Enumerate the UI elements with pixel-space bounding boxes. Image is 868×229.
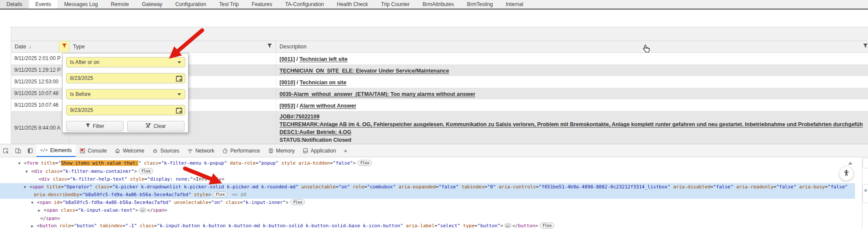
code-token xyxy=(296,160,299,166)
filter-apply-button[interactable]: Filter xyxy=(66,121,124,131)
tab-events[interactable]: Events xyxy=(29,0,58,9)
description-link[interactable]: JOB#:75022109 xyxy=(280,114,319,120)
flex-badge[interactable]: flex xyxy=(290,199,305,205)
performance-icon xyxy=(222,148,228,154)
filter-operator-1-dropdown[interactable]: Is After or on xyxy=(66,57,185,67)
cell-description: TECHNICIAN ON SITE ELE: Elevator Under S… xyxy=(276,64,868,76)
column-header-description-label: Description xyxy=(280,44,307,50)
devtools-tab-performance[interactable]: Performance xyxy=(218,144,264,157)
expand-arrow-collapsed-icon[interactable]: ▶ xyxy=(31,223,37,229)
error-badge xyxy=(80,148,84,152)
tab-gateway[interactable]: Gateway xyxy=(135,0,169,9)
expand-arrow-open-icon[interactable]: ▼ xyxy=(24,184,29,191)
expand-arrow-collapsed-icon[interactable]: ▶ xyxy=(38,207,44,215)
flex-badge[interactable]: flex xyxy=(139,168,153,174)
date-filter-button[interactable] xyxy=(59,41,69,52)
column-header-date-label: Date xyxy=(15,44,26,50)
tab-ta-configuration[interactable]: TA-Configuration xyxy=(279,0,331,9)
devtools-tab-memory[interactable]: Memory xyxy=(264,144,299,157)
code-token: button xyxy=(518,223,535,229)
accessibility-overlay-button[interactable] xyxy=(839,167,853,181)
code-token: "b8a50fc5-fd9a-4a86-b56a-5ece4ac7afbd" xyxy=(63,200,172,205)
tab-trip-counter[interactable]: Trip Counter xyxy=(375,0,416,9)
description-link[interactable]: [0011] xyxy=(280,56,295,62)
button-line[interactable]: ▶<button role="button" tabindex="-1" cla… xyxy=(0,222,855,229)
code-token: tabindex xyxy=(461,184,484,190)
calendar-icon[interactable] xyxy=(175,107,183,114)
ellipsis-expand-chip[interactable]: … xyxy=(504,223,512,228)
description-link[interactable]: TECHNICIAN ON SITE ELE: Elevator Under S… xyxy=(280,68,449,74)
filter-menu-container-line[interactable]: ▼<div class="k-filter-menu-container">fl… xyxy=(0,168,855,176)
description-filter-button[interactable] xyxy=(860,41,868,52)
cell-date: 9/11/2025 2:01:00 P xyxy=(11,53,70,64)
filter-clear-button[interactable]: Clear xyxy=(127,121,184,131)
code-token: > xyxy=(164,207,167,213)
dock-panel-icon[interactable] xyxy=(24,144,36,157)
tab-brmtesting[interactable]: BrmTesting xyxy=(461,0,499,9)
picker-span-selected-line-2[interactable]: aria-describedby="b8a50fc5-fd9a-4a86-b56… xyxy=(0,191,855,199)
tab-features[interactable]: Features xyxy=(245,0,279,9)
scrollbar-up-arrow[interactable] xyxy=(848,162,852,165)
description-link[interactable]: 0035-Alarm without answer (ETMA/TAM): To… xyxy=(280,91,475,97)
code-token xyxy=(57,223,60,229)
description-link[interactable]: TECHREMARK:Anlage AB im 4. OG, Fehlerspe… xyxy=(280,121,863,127)
inspect-icon[interactable] xyxy=(0,144,12,157)
description-link[interactable]: DESC1:Außer Betrieb; 4.OG xyxy=(280,129,351,135)
column-header-description[interactable]: Description xyxy=(276,41,868,52)
cell-date: 9/11/2025 10:07:48 xyxy=(11,88,70,99)
input-value-text-line[interactable]: ▶<span class="k-input-value-text">…</spa… xyxy=(0,207,855,215)
column-header-date[interactable]: Date↓ xyxy=(11,41,70,52)
code-token xyxy=(191,192,194,197)
flex-badge[interactable]: flex xyxy=(540,223,554,229)
code-token: < xyxy=(37,200,40,205)
description-link[interactable]: [0053] xyxy=(280,103,295,109)
description-link[interactable]: [0010] xyxy=(280,80,295,86)
code-token: "false" xyxy=(828,184,848,190)
calendar-icon[interactable] xyxy=(175,75,183,82)
devtools-tab-welcome[interactable]: Welcome xyxy=(111,144,148,157)
filter-help-text-line[interactable]: <div class="k-filter-help-text" style="d… xyxy=(0,175,855,183)
type-filter-button[interactable] xyxy=(264,41,275,52)
tab-messages-log[interactable]: Messages Log xyxy=(57,0,104,9)
filter-date-2-input[interactable]: 9/23/2025 xyxy=(66,105,185,115)
devtools-tab-network[interactable]: Network xyxy=(183,144,218,157)
expand-arrow-open-icon[interactable]: ▼ xyxy=(31,199,37,207)
code-token: < xyxy=(37,223,40,229)
code-token: < xyxy=(44,207,47,213)
expand-arrow-open-icon[interactable]: ▼ xyxy=(25,168,31,176)
code-token: "false" xyxy=(713,184,733,190)
filter-operator-2-value: Is Before xyxy=(70,91,91,97)
devtools-tab-sources[interactable]: Sources xyxy=(148,144,183,157)
more-tabs-button[interactable]: + xyxy=(340,144,351,157)
tab-details[interactable]: Details xyxy=(0,0,29,9)
flex-badge[interactable]: flex xyxy=(357,160,372,166)
ellipsis-expand-chip[interactable]: … xyxy=(139,207,146,213)
span-close-line[interactable]: </span> xyxy=(0,215,855,223)
tab-test-trip[interactable]: Test Trip xyxy=(213,0,245,9)
tab-brmattributes[interactable]: BrmAttributes xyxy=(416,0,461,9)
input-inner-line[interactable]: ▼<span id="b8a50fc5-fd9a-4a86-b56a-5ece4… xyxy=(0,199,855,207)
tab-configuration[interactable]: Configuration xyxy=(169,0,213,9)
tab-remote[interactable]: Remote xyxy=(104,0,135,9)
devtools-tab-application[interactable]: Application xyxy=(299,144,340,157)
tab-internal[interactable]: Internal xyxy=(499,0,530,9)
filter-date-1-input[interactable]: 8/23/2025 xyxy=(66,73,185,83)
description-link[interactable]: Technician on site xyxy=(300,80,347,86)
column-header-type[interactable]: Type xyxy=(70,41,276,52)
chevron-down-icon xyxy=(178,93,181,95)
filter-operator-2-dropdown[interactable]: Is Before xyxy=(66,89,185,99)
description-link[interactable]: Alarm without Answer xyxy=(299,103,356,109)
device-toolbar-icon[interactable] xyxy=(12,144,24,157)
code-token: Info xyxy=(196,176,207,182)
devtools-tab-console[interactable]: Console xyxy=(76,144,111,157)
flex-badge[interactable]: flex xyxy=(213,191,228,197)
tab-health-check[interactable]: Health Check xyxy=(331,0,375,9)
devtools-tab-elements[interactable]: </>Elements xyxy=(36,144,76,157)
code-token: unselectable xyxy=(174,200,208,205)
form-open-line[interactable]: ▼<form title="Show items with value that… xyxy=(0,159,855,168)
expand-arrow-open-icon[interactable]: ▼ xyxy=(18,160,24,168)
code-token: span xyxy=(32,184,44,190)
picker-span-selected-line-1[interactable]: ▼<span title="Operator" class="k-picker … xyxy=(0,183,855,191)
code-token: aria-describedby xyxy=(34,192,79,197)
description-link[interactable]: Technician left site xyxy=(299,56,348,62)
